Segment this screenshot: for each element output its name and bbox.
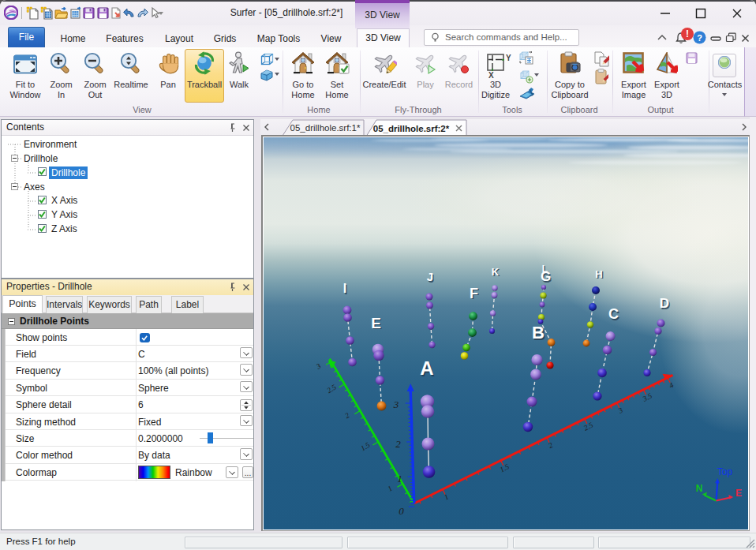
svg-text:3: 3 [393, 398, 399, 410]
svg-text:0: 0 [399, 505, 404, 517]
svg-text:05_drillhole.srf:2*: 05_drillhole.srf:2* [373, 124, 450, 133]
svg-text:A: A [420, 357, 433, 379]
svg-text:Top: Top [717, 466, 733, 477]
svg-text:N: N [696, 483, 703, 494]
svg-text:?: ? [697, 33, 702, 43]
svg-text:B: B [532, 323, 545, 342]
svg-text:F: F [470, 286, 478, 301]
svg-text:G: G [541, 269, 551, 284]
svg-text:1: 1 [397, 473, 402, 485]
svg-text:H: H [595, 268, 602, 280]
svg-text:2: 2 [395, 438, 401, 450]
svg-text:D: D [660, 296, 669, 311]
svg-text:!: ! [686, 28, 689, 39]
svg-text:C: C [608, 306, 619, 322]
svg-text:J: J [427, 270, 433, 283]
svg-text:E: E [371, 315, 381, 331]
svg-text:I: I [343, 282, 346, 295]
svg-text:05_drillhole.srf:1*: 05_drillhole.srf:1* [290, 123, 361, 133]
svg-text:E: E [735, 488, 742, 499]
svg-text:K: K [492, 266, 500, 278]
